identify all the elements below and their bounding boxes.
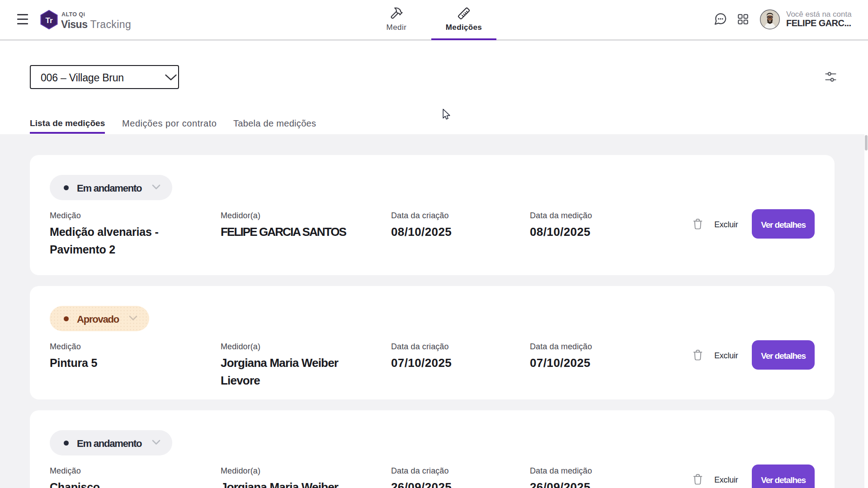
svg-text:Tr: Tr <box>45 16 52 25</box>
